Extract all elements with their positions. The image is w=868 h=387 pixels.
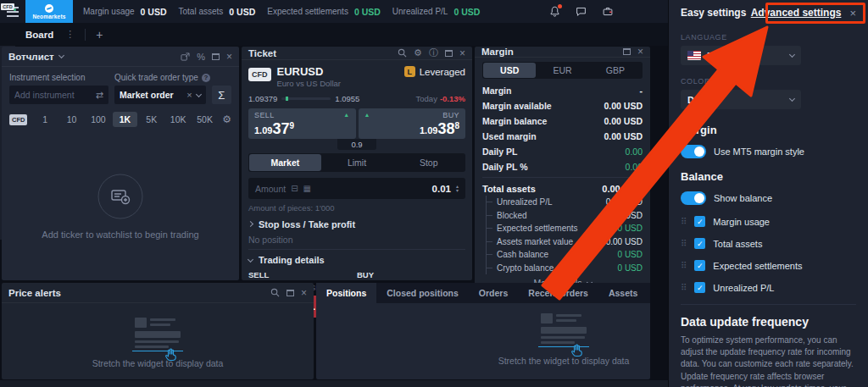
gear-icon[interactable]: ⚙ <box>414 47 422 58</box>
maximize-icon[interactable] <box>623 48 631 55</box>
maximize-icon[interactable] <box>212 53 220 60</box>
order-type-dropdown[interactable]: Market order × <box>114 86 206 104</box>
close-icon[interactable]: × <box>301 290 307 296</box>
quantity-5k[interactable]: 5K <box>139 112 164 127</box>
stat-value: 0 USD <box>354 7 381 17</box>
add-instrument-field[interactable]: ⇄ <box>9 86 108 104</box>
search-icon[interactable] <box>398 48 407 58</box>
amount-stepper[interactable]: ▴▾ <box>456 185 459 193</box>
stat-label: Unrealized P/L <box>392 7 448 16</box>
amount-field[interactable]: Amount ⊟ ▦ 0.01 ▴▾ <box>248 178 465 199</box>
percent-icon[interactable]: % <box>197 52 205 62</box>
row-label: Assets market value <box>497 237 606 246</box>
close-icon[interactable]: × <box>849 7 856 19</box>
swap-icon[interactable]: ⇄ <box>96 90 103 101</box>
maximize-icon[interactable] <box>287 290 294 296</box>
brand-logo[interactable]: Neomarkets <box>25 0 73 23</box>
amount-value: 0.01 <box>432 184 451 194</box>
trading-details-toggle[interactable]: Trading details <box>248 255 465 265</box>
row-value: 0.00 <box>626 147 643 157</box>
help-icon[interactable]: ? <box>202 74 210 82</box>
unrealized-pl-checkbox[interactable]: ✓ <box>694 282 705 293</box>
close-icon[interactable]: × <box>459 50 465 57</box>
status-bar <box>0 380 668 387</box>
drag-handle-icon[interactable]: ⠿ <box>681 217 687 226</box>
amount-label: Amount <box>255 184 286 194</box>
bell-icon[interactable] <box>549 6 560 17</box>
info-icon[interactable]: ⓘ <box>429 47 438 59</box>
tab-usd[interactable]: USD <box>483 63 536 78</box>
row-value: 0.00 USD <box>606 224 643 233</box>
tab-orders[interactable]: Orders <box>469 283 518 303</box>
quote-boxes: SELL ▲ 1.09379 ▲ BUY 1.09388 <box>248 108 465 139</box>
stat-value: 0 USD <box>453 7 480 17</box>
tab-gbp[interactable]: GBP <box>589 63 642 78</box>
maximize-icon[interactable] <box>445 50 453 57</box>
hand-cursor-icon <box>164 348 178 362</box>
breakdown-row: Assets market value 0.00 USD <box>487 235 643 249</box>
drag-handle-icon[interactable]: ⠿ <box>681 283 687 292</box>
sell-quote-box[interactable]: SELL ▲ 1.09379 <box>248 108 356 139</box>
row-label: Total assets <box>482 184 536 194</box>
close-icon[interactable]: × <box>637 48 643 55</box>
expected-settlements-checkbox[interactable]: ✓ <box>694 260 705 271</box>
margin-usage-checkbox[interactable]: ✓ <box>694 216 705 227</box>
stop-loss-take-profit-toggle[interactable]: Stop loss / Take profit <box>248 219 465 229</box>
close-icon[interactable]: × <box>226 53 232 60</box>
advanced-settings-link[interactable]: Advanced settings <box>751 7 842 19</box>
color-theme-dropdown[interactable]: Dark <box>681 90 801 109</box>
daily-range-row: 1.09379 1.0955 Today-0.13% <box>248 94 465 103</box>
drag-handle-icon[interactable]: ⠿ <box>681 261 687 270</box>
add-instrument-input[interactable] <box>14 90 92 100</box>
popout-icon[interactable] <box>181 53 190 61</box>
stat-total-assets: Total assets 0 USD <box>179 7 256 17</box>
tab-closed-positions[interactable]: Closed positions <box>376 283 469 303</box>
tab-eur[interactable]: EUR <box>536 63 588 78</box>
search-icon[interactable] <box>270 288 280 297</box>
chevron-down-icon[interactable] <box>58 53 64 58</box>
quantity-50k[interactable]: 50K <box>192 112 217 127</box>
quantity-1[interactable]: 1 <box>32 112 57 127</box>
wallet-icon[interactable] <box>602 6 614 17</box>
tab-assets[interactable]: Assets <box>598 283 648 303</box>
tab-board[interactable]: Board <box>25 30 53 40</box>
tab-separator <box>85 29 86 41</box>
tab-recent-orders[interactable]: Recent orders <box>518 283 598 303</box>
quantity-10[interactable]: 10 <box>59 112 84 127</box>
row-label: Expected settlements <box>497 224 606 233</box>
tab-positions[interactable]: Positions <box>316 283 376 303</box>
quantity-1k[interactable]: 1K <box>113 112 137 127</box>
show-balance-toggle[interactable] <box>681 191 706 205</box>
drag-handle-icon[interactable]: ⠿ <box>681 239 687 248</box>
mt5-margin-toggle[interactable] <box>681 145 706 158</box>
divider <box>482 177 643 178</box>
ticket-header: Ticket ⚙ ⓘ × <box>242 47 472 60</box>
quantity-100[interactable]: 100 <box>86 112 110 127</box>
total-assets-checkbox[interactable]: ✓ <box>694 238 705 249</box>
stat-value: 0 USD <box>141 7 167 17</box>
cfd-badge[interactable]: CFD <box>9 114 27 125</box>
tab-stop[interactable]: Stop <box>392 154 465 171</box>
checkbox-row-margin-usage: ⠿ ✓ Margin usage <box>681 216 856 227</box>
language-dropdown[interactable]: English <box>681 46 801 65</box>
lot-icon[interactable]: ⊟ <box>291 184 298 193</box>
price-alerts-empty-text: Stretch the widget to display data <box>92 358 224 368</box>
margin-row: Daily PL 0.00 <box>482 144 643 158</box>
show-balance-row: Show balance <box>681 191 856 205</box>
row-label: Crypto balance <box>497 263 618 273</box>
sigma-button[interactable]: Σ <box>212 86 231 104</box>
data-update-frequency-heading: Data update frequency <box>681 315 856 329</box>
calculator-icon[interactable]: ▦ <box>303 184 311 193</box>
chat-icon[interactable] <box>576 6 587 17</box>
tab-limit[interactable]: Limit <box>321 154 393 171</box>
buy-quote-box[interactable]: ▲ BUY 1.09388 <box>359 108 466 139</box>
margin-row: Daily PL % 0.00 <box>482 159 643 174</box>
add-tab-button[interactable]: + <box>96 28 103 41</box>
tab-market[interactable]: Market <box>249 154 321 171</box>
breakdown-row: Expected settlements 0.00 USD <box>487 222 643 235</box>
quantity-10k[interactable]: 10K <box>165 112 190 127</box>
clear-icon[interactable]: × <box>186 90 192 100</box>
row-value: 0 USD <box>618 250 643 259</box>
tab-menu-icon[interactable]: ⋮ <box>65 29 75 40</box>
gear-icon[interactable]: ⚙ <box>222 113 231 125</box>
